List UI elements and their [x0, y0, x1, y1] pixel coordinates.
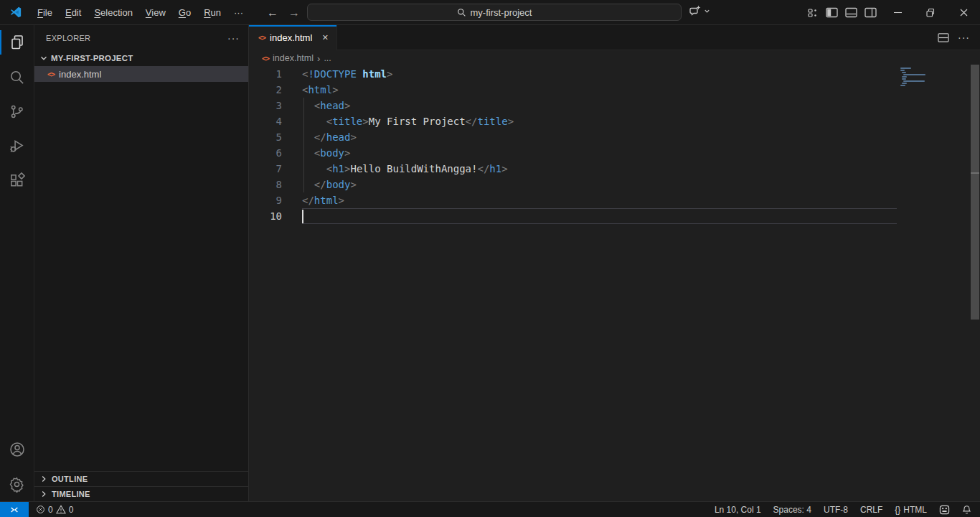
tab-close-icon[interactable]: ✕: [320, 32, 331, 44]
menu-run[interactable]: Run: [197, 5, 227, 20]
code-line[interactable]: 6 <body>: [249, 145, 970, 161]
explorer-icon[interactable]: [0, 25, 34, 60]
toggle-secondary-sidebar-icon[interactable]: [864, 0, 877, 25]
customize-layout-icon[interactable]: [806, 0, 819, 25]
html-file-icon: <>: [258, 34, 265, 42]
scrollbar-slider[interactable]: [971, 65, 979, 320]
accounts-icon[interactable]: [0, 432, 34, 467]
outline-label: OUTLINE: [52, 475, 88, 483]
error-icon: [36, 505, 45, 514]
tab-label: index.html: [270, 32, 312, 43]
remote-icon: [9, 505, 19, 515]
menu-more[interactable]: ···: [227, 5, 250, 20]
command-center-search[interactable]: my-first-project: [307, 4, 682, 21]
code-line[interactable]: 3 <head>: [249, 98, 970, 113]
file-name: index.html: [59, 69, 101, 80]
code-line[interactable]: 2<html>: [249, 82, 970, 98]
explorer-header: EXPLORER ···: [34, 25, 248, 50]
copilot-button[interactable]: [689, 4, 710, 17]
vertical-scrollbar[interactable]: [970, 25, 980, 501]
indentation-status[interactable]: Spaces: 4: [773, 505, 811, 515]
current-line-highlight: [302, 208, 897, 224]
chevron-right-icon: [39, 474, 49, 484]
file-row-index-html[interactable]: <> index.html: [34, 66, 248, 82]
timeline-label: TIMELINE: [52, 490, 90, 498]
html-file-icon: <>: [47, 70, 55, 78]
encoding-status[interactable]: UTF-8: [824, 505, 848, 515]
eol-status[interactable]: CRLF: [860, 505, 882, 515]
breadcrumb[interactable]: <> index.html › ...: [249, 50, 980, 66]
nav-arrows: ← →: [267, 0, 300, 25]
settings-gear-icon[interactable]: [0, 467, 34, 501]
remote-indicator[interactable]: [0, 502, 29, 517]
code-editor[interactable]: 1<!DOCTYPE html>2<html>3 <head>4 <title>…: [249, 66, 970, 501]
code-line[interactable]: 4 <title>My First Project</title>: [249, 113, 970, 129]
timeline-section[interactable]: TIMELINE: [34, 486, 248, 501]
folder-name: MY-FIRST-PROJECT: [51, 54, 133, 62]
toggle-panel-icon[interactable]: [845, 0, 857, 25]
activity-bar: [0, 25, 34, 501]
chevron-down-icon: [39, 53, 49, 63]
code-line[interactable]: 8 </body>: [249, 177, 970, 192]
html-file-icon: <>: [262, 55, 269, 62]
toggle-primary-sidebar-icon[interactable]: [826, 0, 838, 25]
breadcrumb-file[interactable]: index.html: [273, 53, 314, 63]
chevron-right-icon: [39, 489, 49, 499]
code-line[interactable]: 9</html>: [249, 192, 970, 208]
folder-row[interactable]: MY-FIRST-PROJECT: [34, 50, 248, 66]
back-arrow-icon[interactable]: ←: [267, 6, 278, 19]
cursor-position-status[interactable]: Ln 10, Col 1: [715, 505, 761, 515]
search-value: my-first-project: [471, 7, 532, 18]
menu-edit[interactable]: Edit: [59, 5, 88, 20]
extensions-icon[interactable]: [0, 163, 34, 197]
ports-icon[interactable]: [939, 505, 950, 515]
minimap[interactable]: [900, 67, 932, 89]
tab-bar: <> index.html ✕ ···: [249, 25, 980, 50]
source-control-icon[interactable]: [0, 94, 34, 129]
problems-status[interactable]: 0 0: [36, 505, 73, 515]
layout-controls: [806, 0, 877, 25]
indent-guide: [303, 98, 304, 192]
vscode-logo-icon: [9, 6, 22, 19]
code-line[interactable]: 7 <h1>Hello BuildWithAngga!</h1>: [249, 161, 970, 177]
split-editor-icon[interactable]: [938, 32, 949, 43]
menu-file[interactable]: File: [31, 5, 59, 20]
warning-icon: [56, 505, 66, 514]
language-label: HTML: [903, 505, 927, 515]
vscode-window: FileEditSelectionViewGoRun ··· ← → my-fi…: [0, 0, 980, 517]
explorer-sidebar: EXPLORER ··· MY-FIRST-PROJECT <> index.h…: [34, 25, 249, 501]
search-icon: [457, 8, 466, 17]
scrollbar-mark: [971, 172, 979, 174]
code-lines: 1<!DOCTYPE html>2<html>3 <head>4 <title>…: [249, 66, 970, 224]
chevron-right-icon: ›: [317, 53, 320, 64]
braces-glyph: {}: [895, 505, 900, 515]
text-cursor: [302, 210, 303, 223]
window-controls: [881, 0, 980, 25]
notifications-bell-icon[interactable]: [962, 505, 971, 515]
editor-more-actions-icon[interactable]: ···: [958, 32, 970, 43]
code-line[interactable]: 5 </head>: [249, 129, 970, 145]
status-bar: 0 0 Ln 10, Col 1 Spaces: 4 UTF-8 CRLF {}…: [0, 501, 980, 517]
explorer-more-actions[interactable]: ···: [227, 32, 240, 44]
explorer-title: EXPLORER: [46, 34, 90, 42]
code-line[interactable]: 1<!DOCTYPE html>: [249, 66, 970, 82]
warning-count: 0: [69, 505, 74, 515]
chevron-down-icon: [704, 8, 710, 14]
menu-selection[interactable]: Selection: [88, 5, 138, 20]
search-sidebar-icon[interactable]: [0, 60, 34, 94]
restore-icon[interactable]: [914, 0, 947, 25]
editor-group: <> index.html ✕ ··· <> index.html › ...: [249, 25, 980, 501]
language-mode-status[interactable]: {} HTML: [895, 505, 927, 515]
copilot-icon: [689, 4, 702, 17]
run-and-debug-icon[interactable]: [0, 129, 34, 163]
minimize-icon[interactable]: [881, 0, 914, 25]
close-icon[interactable]: [947, 0, 980, 25]
menu-bar: FileEditSelectionViewGoRun: [31, 0, 227, 25]
menu-view[interactable]: View: [139, 5, 172, 20]
error-count: 0: [48, 505, 53, 515]
tab-index-html[interactable]: <> index.html ✕: [249, 25, 337, 50]
breadcrumb-more[interactable]: ...: [324, 53, 331, 63]
outline-section[interactable]: OUTLINE: [34, 471, 248, 486]
menu-go[interactable]: Go: [172, 5, 197, 20]
forward-arrow-icon[interactable]: →: [288, 6, 300, 19]
